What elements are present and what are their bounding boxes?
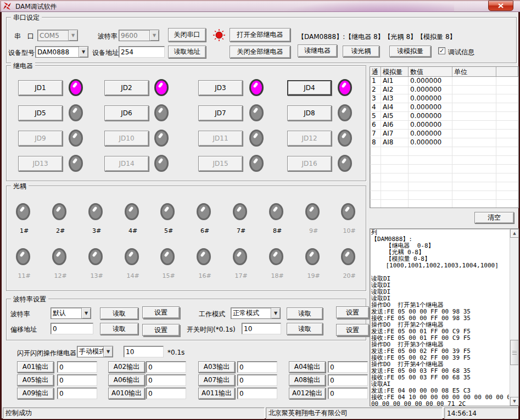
switch-time-read-button[interactable]: 读取 — [287, 323, 323, 335]
output-button-A05[interactable]: A05输出 — [17, 374, 54, 386]
col-header-4[interactable] — [496, 67, 518, 77]
output-button-A012[interactable]: A012输出 — [289, 388, 326, 399]
cell: AI2 — [381, 86, 409, 94]
relay-led-jd16 — [338, 155, 352, 172]
output-input-A05[interactable]: 0 — [57, 374, 97, 386]
table-row-ai2[interactable]: 2AI20.000000 — [370, 86, 518, 94]
table-row-ai6[interactable]: 6AI60.000000 — [370, 121, 518, 130]
flash-mode-value: 手动模式 — [77, 347, 103, 356]
output-button-A08[interactable]: A08输出 — [289, 374, 326, 386]
output-input-A09[interactable]: 0 — [57, 388, 97, 399]
titlebar[interactable]: DAM调试软件 — [0, 0, 520, 12]
relay-button-jd1[interactable]: JD1 — [18, 80, 63, 96]
table-row-ai3[interactable]: 3AI30.000000 — [370, 94, 518, 103]
relay-button-jd5[interactable]: JD5 — [18, 105, 63, 121]
relay-button-jd4[interactable]: JD4 — [287, 80, 332, 96]
clear-log-button[interactable]: 清空 — [474, 212, 514, 223]
analog-table-header: 通模拟量数值单位 — [370, 67, 518, 77]
device-addr-input[interactable]: 254 — [119, 46, 165, 58]
debug-info-checkbox[interactable]: ✓ — [438, 47, 445, 54]
open-all-relays-button[interactable]: 打开全部继电器 — [230, 28, 290, 42]
relay-button-jd2[interactable]: JD2 — [104, 80, 149, 96]
output-button-A02[interactable]: A02输出 — [108, 361, 145, 373]
opto-led-4 — [125, 203, 139, 220]
read-opto-button[interactable]: 读光耦 — [343, 46, 379, 57]
switch-time-input[interactable]: 10 — [242, 323, 281, 334]
output-button-A011[interactable]: A011输出 — [198, 388, 235, 399]
cell — [496, 200, 518, 208]
cell: AI4 — [381, 103, 409, 112]
scroll-up-icon[interactable]: ▲ — [510, 229, 519, 238]
output-input-A012[interactable]: 0 — [328, 388, 368, 399]
switch-time-set-button[interactable]: 设置 — [336, 324, 369, 336]
cell — [370, 156, 381, 165]
cell — [496, 182, 518, 191]
flash-time-input[interactable]: 10 — [124, 346, 164, 357]
work-mode-select[interactable]: 正常模式▼ — [231, 307, 281, 319]
table-row-empty[interactable] — [370, 182, 518, 191]
scroll-thumb[interactable] — [510, 340, 519, 365]
output-button-A04[interactable]: A04输出 — [289, 361, 326, 373]
output-input-A03[interactable]: 0 — [237, 361, 277, 373]
table-row-ai7[interactable]: 7AI70.000000 — [370, 130, 518, 138]
output-input-A07[interactable]: 0 — [237, 374, 277, 386]
work-mode-set-button[interactable]: 设置 — [336, 306, 369, 318]
opto-led-5 — [160, 203, 175, 220]
table-row-empty[interactable] — [370, 173, 518, 182]
output-button-A07[interactable]: A07输出 — [198, 374, 235, 386]
cell: 0.000000 — [409, 103, 452, 112]
read-relay-button[interactable]: 读继电器 — [298, 44, 337, 57]
cell — [452, 147, 496, 156]
log-scrollbar[interactable]: ▲ ▼ — [510, 229, 518, 406]
output-input-A04[interactable]: 0 — [328, 361, 368, 373]
offset-set-button[interactable]: 设置 — [142, 324, 180, 336]
table-row-empty[interactable] — [370, 147, 518, 156]
relay-led-jd4 — [338, 79, 352, 96]
close-serial-button[interactable]: 关闭串口 — [168, 28, 206, 42]
baudrate-set-button[interactable]: 设置 — [142, 306, 180, 318]
table-row-empty[interactable] — [370, 156, 518, 165]
table-row-empty[interactable] — [370, 191, 518, 200]
output-input-A010[interactable]: 0 — [146, 388, 186, 399]
output-button-A01[interactable]: A01输出 — [17, 361, 54, 373]
relay-button-jd3[interactable]: JD3 — [198, 80, 243, 96]
table-row-empty[interactable] — [370, 165, 518, 173]
offset-read-button[interactable]: 读取 — [100, 323, 138, 335]
relay-led-jd12 — [338, 130, 352, 147]
col-header-3[interactable]: 单位 — [452, 67, 496, 77]
close-button[interactable] — [488, 1, 513, 11]
baudrate-read-button[interactable]: 读取 — [100, 307, 138, 320]
output-input-A01[interactable]: 0 — [57, 361, 97, 373]
scroll-down-icon[interactable]: ▼ — [510, 397, 519, 406]
col-header-1[interactable]: 模拟量 — [381, 67, 409, 77]
relay-button-jd6[interactable]: JD6 — [104, 105, 149, 121]
read-addr-button[interactable]: 读取地址 — [168, 46, 206, 58]
table-row-ai1[interactable]: 1AI10.000000 — [370, 77, 518, 86]
relay-group: 继电器 JD1JD2JD3JD4JD5JD6JD7JD8JD9JD10JD11J… — [6, 65, 366, 181]
output-input-A02[interactable]: 0 — [146, 361, 186, 373]
close-all-relays-button[interactable]: 关闭全部继电器 — [230, 46, 290, 58]
output-button-A03[interactable]: A03输出 — [198, 361, 235, 373]
table-row-empty[interactable] — [370, 200, 518, 208]
device-model-select[interactable]: DAM0888▼ — [35, 46, 88, 58]
flash-mode-select[interactable]: 手动模式▼ — [77, 346, 113, 357]
output-input-A011[interactable]: 0 — [237, 388, 277, 399]
relay-button-jd8[interactable]: JD8 — [287, 105, 332, 121]
table-row-ai5[interactable]: 5AI50.000000 — [370, 112, 518, 121]
output-input-A08[interactable]: 0 — [328, 374, 368, 386]
offset-addr-input[interactable]: 0 — [51, 323, 93, 334]
work-mode-read-button[interactable]: 读取 — [287, 307, 323, 320]
output-input-A06[interactable]: 0 — [146, 374, 186, 386]
output-button-A09[interactable]: A09输出 — [17, 388, 54, 399]
table-row-ai4[interactable]: 4AI40.000000 — [370, 103, 518, 112]
table-row-ai8[interactable]: 8AI80.000000 — [370, 138, 518, 147]
baudrate-select[interactable]: 默认▼ — [51, 307, 91, 319]
output-button-A06[interactable]: A06输出 — [108, 374, 145, 386]
relay-button-jd7[interactable]: JD7 — [198, 105, 243, 121]
read-analog-button[interactable]: 读模拟量 — [389, 46, 431, 57]
col-header-0[interactable]: 通 — [370, 67, 381, 77]
cell — [381, 165, 409, 173]
col-header-2[interactable]: 数值 — [409, 67, 452, 77]
output-button-A010[interactable]: A010输出 — [108, 388, 145, 399]
log-panel[interactable]: 列 【DAM0888】: 【继电器 0-8】 【光耦 0-8】 【模拟量 0-8… — [370, 228, 519, 406]
